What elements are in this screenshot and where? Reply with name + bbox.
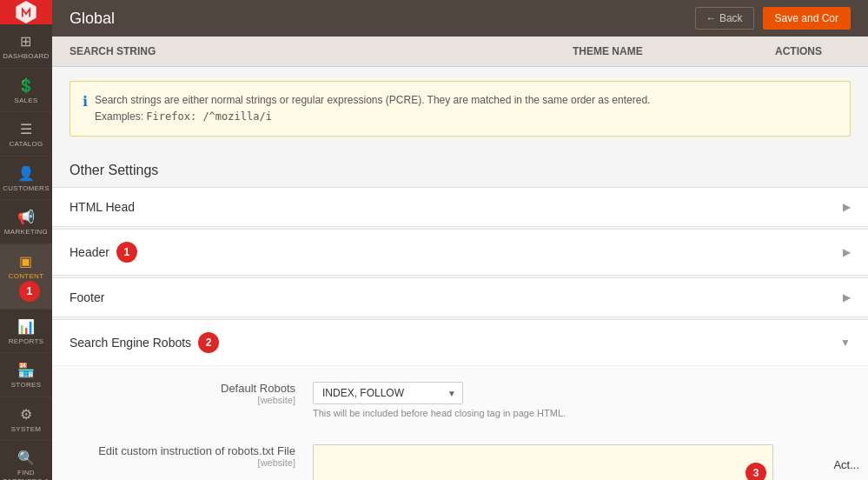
col-actions: Actions [746, 45, 851, 57]
marketing-icon: 📢 [17, 209, 35, 225]
content-area: Search String Theme Name Actions ℹ Searc… [52, 37, 868, 480]
default-robots-control: INDEX, FOLLOW NOINDEX, NOFOLLOW NOINDEX,… [313, 382, 851, 418]
topbar-left: Global [70, 10, 115, 28]
info-box: ℹ Search strings are either normal strin… [70, 81, 851, 137]
system-icon: ⚙ [20, 406, 32, 423]
sidebar: ⊞ Dashboard 💲 Sales ☰ Catalog 👤 Customer… [0, 0, 52, 480]
info-icon: ℹ [83, 93, 88, 110]
default-robots-select[interactable]: INDEX, FOLLOW NOINDEX, NOFOLLOW NOINDEX,… [313, 382, 463, 404]
sidebar-item-label: Marketing [4, 228, 48, 237]
sidebar-item-system[interactable]: ⚙ System [0, 397, 52, 442]
act-text: Act... [833, 458, 859, 471]
custom-instruction-row: Edit custom instruction of robots.txt Fi… [87, 437, 851, 480]
dashboard-icon: ⊞ [20, 33, 31, 50]
robots-section: Search Engine Robots 2 ▼ Default Robots … [52, 319, 868, 480]
sidebar-item-customers[interactable]: 👤 Customers [0, 157, 52, 201]
info-line2: Examples: Firefox: /^mozilla/i [95, 110, 272, 123]
sidebar-item-content[interactable]: ▣ Content 1 [0, 244, 52, 310]
default-robots-sublabel: [website] [87, 395, 295, 405]
topbar-right: ← Back Save and Cor [695, 7, 851, 30]
magento-logo-icon [14, 0, 38, 24]
save-button[interactable]: Save and Cor [763, 7, 851, 30]
sidebar-item-label: Catalog [9, 140, 43, 149]
sidebar-item-label: Content [9, 272, 44, 281]
table-header: Search String Theme Name Actions [52, 37, 868, 67]
sidebar-item-stores[interactable]: 🏪 Stores [0, 353, 52, 397]
robots-annotation: 2 [198, 332, 219, 353]
sidebar-item-dashboard[interactable]: ⊞ Dashboard [0, 24, 52, 69]
custom-instruction-control: 3 Reset To Defaults This action will del… [313, 444, 851, 480]
page-title: Global [70, 10, 115, 28]
header-row[interactable]: Header 1 ▶ [52, 229, 868, 276]
sidebar-item-label: Find Partners & Extensions [0, 469, 52, 480]
robots-label: Search Engine Robots [70, 336, 191, 350]
robots-body: Default Robots [website] INDEX, FOLLOW N… [52, 365, 868, 480]
default-robots-row: Default Robots [website] INDEX, FOLLOW N… [87, 375, 851, 425]
html-head-row[interactable]: HTML Head ▶ [52, 187, 868, 227]
header-label: Header [70, 245, 109, 259]
topbar: Global ← Back Save and Cor [52, 0, 868, 37]
footer-label: Footer [70, 290, 104, 304]
info-line1: Search strings are either normal strings… [95, 94, 650, 106]
sidebar-item-sales[interactable]: 💲 Sales [0, 69, 52, 113]
sidebar-item-label: Sales [14, 97, 37, 105]
robots-header[interactable]: Search Engine Robots 2 ▼ [52, 320, 868, 365]
content-annotation: 1 [19, 281, 40, 302]
other-settings-title: Other Settings [52, 150, 868, 187]
html-head-arrow-icon: ▶ [843, 201, 851, 213]
custom-instruction-sublabel: [website] [87, 457, 295, 468]
sidebar-item-marketing[interactable]: 📢 Marketing [0, 200, 52, 244]
custom-instruction-textarea[interactable] [313, 444, 773, 480]
header-arrow-icon: ▶ [843, 246, 851, 258]
stores-icon: 🏪 [17, 362, 35, 378]
sidebar-item-label: System [11, 425, 42, 434]
sidebar-item-label: Dashboard [3, 52, 49, 61]
default-robots-label: Default Robots [221, 382, 295, 395]
robots-arrow-icon: ▼ [840, 337, 851, 349]
sales-icon: 💲 [17, 77, 35, 94]
footer-arrow-icon: ▶ [843, 291, 851, 303]
custom-instruction-label-wrap: Edit custom instruction of robots.txt Fi… [87, 444, 313, 468]
sidebar-item-partners[interactable]: 🔍 Find Partners & Extensions [0, 441, 52, 480]
reports-icon: 📊 [17, 318, 35, 335]
customers-icon: 👤 [17, 165, 35, 182]
sidebar-logo[interactable] [0, 0, 52, 24]
sidebar-item-label: Reports [9, 337, 44, 346]
catalog-icon: ☰ [20, 121, 32, 137]
sidebar-item-reports[interactable]: 📊 Reports [0, 310, 52, 354]
custom-instruction-annotation: 3 [745, 463, 766, 480]
main-content: Global ← Back Save and Cor Search String… [52, 0, 868, 480]
sidebar-item-catalog[interactable]: ☰ Catalog [0, 112, 52, 157]
default-robots-hint: This will be included before head closin… [313, 408, 851, 418]
partners-icon: 🔍 [17, 450, 35, 466]
info-text: Search strings are either normal strings… [95, 92, 650, 125]
col-search-string: Search String [70, 45, 573, 57]
col-theme-name: Theme Name [573, 45, 746, 57]
header-annotation: 1 [116, 242, 137, 263]
default-robots-select-wrapper: INDEX, FOLLOW NOINDEX, NOFOLLOW NOINDEX,… [313, 382, 463, 404]
sidebar-item-label: Customers [3, 184, 50, 193]
content-icon: ▣ [19, 253, 32, 270]
footer-row[interactable]: Footer ▶ [52, 277, 868, 317]
default-robots-label-wrap: Default Robots [website] [87, 382, 313, 405]
sidebar-item-label: Stores [11, 381, 42, 390]
html-head-label: HTML Head [70, 200, 135, 214]
back-button[interactable]: ← Back [695, 7, 754, 30]
custom-instruction-label: Edit custom instruction of robots.txt Fi… [98, 444, 295, 457]
